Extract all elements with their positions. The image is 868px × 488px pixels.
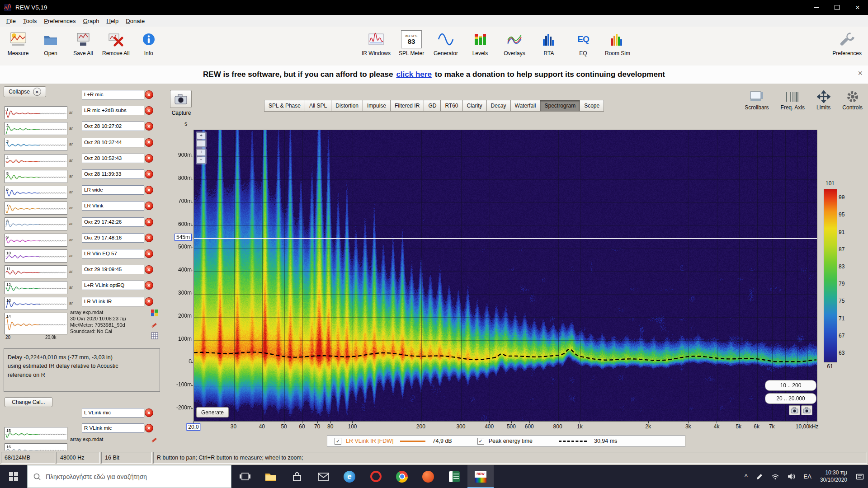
- menu-item-donate[interactable]: Donate: [122, 16, 148, 26]
- y-tick-text[interactable]: 545m: [175, 234, 192, 241]
- measurement-name-field[interactable]: LR mic +2dB subs: [82, 106, 144, 115]
- measurement-delete-button[interactable]: ×: [145, 234, 153, 242]
- tab-distortion[interactable]: Distortion: [331, 100, 363, 112]
- measurement-delete-button[interactable]: ×: [145, 90, 153, 99]
- measurement-delete-button[interactable]: ×: [145, 249, 153, 258]
- x-tick-text[interactable]: 20,0: [186, 423, 200, 431]
- measurement-thumbnail[interactable]: [5, 138, 67, 151]
- toolbar-button-remove-all[interactable]: Remove All: [102, 30, 130, 56]
- view-button-controls[interactable]: Controls: [842, 90, 863, 111]
- menu-item-graph[interactable]: Graph: [79, 16, 103, 26]
- tab-spl-phase[interactable]: SPL & Phase: [264, 100, 305, 112]
- taskbar-app-store[interactable]: [284, 465, 310, 488]
- banner-close-button[interactable]: ×: [858, 69, 863, 78]
- taskbar-app-office[interactable]: [441, 465, 467, 488]
- change-cal-button[interactable]: Change Cal...: [5, 397, 52, 407]
- view-button-scrollbars[interactable]: Scrollbars: [745, 90, 769, 111]
- measurement-name-field[interactable]: L+R mic: [82, 90, 144, 99]
- pen-icon[interactable]: [752, 465, 767, 488]
- toolbar-button-levels[interactable]: Levels: [467, 30, 494, 56]
- taskbar-search-input[interactable]: Πληκτρολογήστε εδώ για αναζήτηση: [27, 465, 231, 488]
- tab-impulse[interactable]: Impulse: [363, 100, 391, 112]
- toolbar-button-overlays[interactable]: Overlays: [501, 30, 528, 56]
- menu-item-help[interactable]: Help: [103, 16, 123, 26]
- measurement-thumbnail[interactable]: [5, 427, 67, 440]
- measurement-delete-button[interactable]: ×: [145, 170, 153, 178]
- spectrogram-canvas[interactable]: [194, 130, 817, 421]
- measurement-thumbnail[interactable]: [5, 154, 67, 167]
- measurement-name-field[interactable]: LR VLink IR: [82, 297, 144, 306]
- toolbar-button-rta[interactable]: RTA: [535, 30, 562, 56]
- capture-button[interactable]: [170, 90, 192, 108]
- measurement-delete-button[interactable]: ×: [145, 154, 153, 163]
- snapshot-camera-button[interactable]: [789, 405, 800, 415]
- peak-energy-checkbox[interactable]: ✓: [477, 438, 484, 445]
- freq-range-button-20-20000[interactable]: 20 .. 20.000: [765, 393, 816, 404]
- measurement-delete-button[interactable]: ×: [145, 138, 153, 147]
- view-button-limits[interactable]: Limits: [816, 90, 830, 111]
- snapshot-camera-button-2[interactable]: [801, 405, 812, 415]
- selected-measurement-thumbnail[interactable]: [5, 313, 67, 334]
- measurement-thumbnail[interactable]: [5, 234, 67, 247]
- taskbar-app-opera[interactable]: [363, 465, 389, 488]
- measurement-thumbnail[interactable]: [5, 186, 67, 199]
- measurement-name-field[interactable]: LR Vlin EQ 57: [82, 249, 144, 258]
- tab-all-spl[interactable]: All SPL: [305, 100, 331, 112]
- menu-item-tools[interactable]: Tools: [19, 16, 40, 26]
- measurement-thumbnail[interactable]: [5, 443, 67, 450]
- donation-link[interactable]: click here: [396, 70, 431, 79]
- close-button[interactable]: ×: [847, 0, 868, 15]
- menu-item-preferences[interactable]: Preferences: [40, 16, 79, 26]
- measurement-delete-button[interactable]: ×: [145, 297, 153, 306]
- measurement-thumbnail[interactable]: [5, 106, 67, 119]
- tab-gd[interactable]: GD: [424, 100, 441, 112]
- freq-range-button-10-200[interactable]: 10 .. 200: [765, 380, 816, 391]
- tab-decay[interactable]: Decay: [486, 100, 511, 112]
- measurement-name-field[interactable]: LR Vlink: [82, 201, 144, 211]
- taskbar-app-edge[interactable]: e: [336, 465, 363, 488]
- measurement-name-field[interactable]: Οκτ 28 10:37:44: [82, 138, 144, 147]
- taskbar-clock[interactable]: 10:30 πμ30/10/2020: [816, 469, 852, 483]
- measurement-name-field[interactable]: Οκτ 29 19:09:45: [82, 265, 144, 274]
- measurement-name-field[interactable]: Οκτ 29 17:42:26: [82, 217, 144, 227]
- tab-spectrogram[interactable]: Spectrogram: [540, 100, 580, 112]
- measurement-delete-button[interactable]: ×: [145, 265, 153, 274]
- measurement-name-field[interactable]: Οκτ 28 11:39:33: [82, 169, 144, 179]
- measurement-thumbnail[interactable]: [5, 122, 67, 135]
- network-icon[interactable]: [767, 465, 783, 488]
- measurement-delete-button[interactable]: ×: [145, 281, 153, 290]
- zoom-in-button[interactable]: +: [197, 132, 206, 139]
- toolbar-button-eq[interactable]: EQEQ: [570, 30, 597, 56]
- notes-table-icon[interactable]: [151, 332, 158, 339]
- trace-visible-checkbox[interactable]: ✓: [335, 438, 341, 445]
- language-indicator[interactable]: ΕΛ: [800, 465, 816, 488]
- measurement-name-field[interactable]: LR wide: [82, 185, 144, 195]
- restore-button[interactable]: [826, 0, 847, 15]
- view-button-freq-axis[interactable]: Freq. Axis: [781, 90, 805, 111]
- toolbar-button-spl-meter[interactable]: dB SPL83SPL Meter: [398, 30, 425, 56]
- measurement-name-field[interactable]: L VLink mic: [82, 408, 144, 418]
- taskbar-app-brave[interactable]: [415, 465, 441, 488]
- taskbar-app-task-view[interactable]: [231, 465, 258, 488]
- toolbar-button-save-all[interactable]: Save All: [70, 30, 97, 56]
- measurement-thumbnail[interactable]: [5, 265, 67, 278]
- speaker-icon[interactable]: [783, 465, 800, 488]
- tray-expand-caret[interactable]: ^: [741, 465, 752, 488]
- taskbar-app-mail[interactable]: [310, 465, 336, 488]
- x-axis-limit-box[interactable]: 20,0: [186, 423, 200, 431]
- measurement-name-field[interactable]: Οκτ 28 10:27:02: [82, 122, 144, 131]
- taskbar-app-chrome[interactable]: [389, 465, 415, 488]
- measurement-thumbnail[interactable]: [5, 297, 67, 310]
- toolbar-button-room-sim[interactable]: Room Sim: [604, 30, 631, 56]
- measurement-thumbnail[interactable]: [5, 170, 67, 183]
- menu-item-file[interactable]: File: [3, 16, 19, 26]
- taskbar-app-rew[interactable]: REW: [467, 465, 494, 488]
- measurement-name-field[interactable]: Οκτ 28 10:52:43: [82, 154, 144, 163]
- generate-button[interactable]: Generate: [196, 407, 229, 418]
- zoom-in-button[interactable]: +: [197, 149, 206, 156]
- notification-center-icon[interactable]: [852, 465, 868, 488]
- measurement-delete-button[interactable]: ×: [145, 218, 153, 226]
- zoom-out-button[interactable]: −: [197, 140, 206, 147]
- tab-rt60[interactable]: RT60: [440, 100, 462, 112]
- taskbar-app-file-explorer[interactable]: [258, 465, 284, 488]
